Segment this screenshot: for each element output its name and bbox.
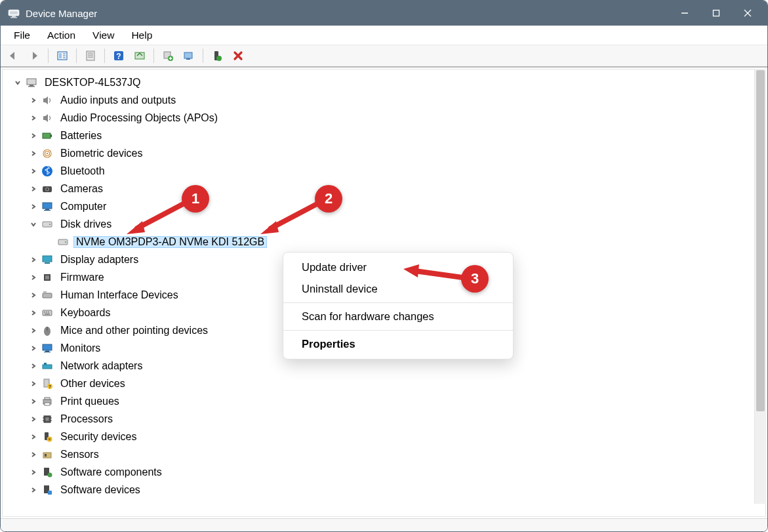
close-button[interactable]: [732, 1, 763, 26]
chevron-right-icon[interactable]: [28, 396, 39, 407]
tree-item[interactable]: Computer: [28, 197, 765, 215]
chevron-right-icon[interactable]: [28, 289, 39, 301]
chevron-right-icon[interactable]: [28, 272, 39, 283]
printer-icon: [41, 396, 54, 407]
minimize-button[interactable]: [669, 1, 700, 26]
chevron-right-icon[interactable]: [28, 360, 39, 372]
hid-icon: [41, 289, 54, 301]
ctx-uninstall-device[interactable]: Uninstall device: [283, 278, 513, 300]
tree-item-disk-drives[interactable]: Disk drives: [28, 215, 765, 233]
menu-action[interactable]: Action: [39, 27, 83, 44]
show-hidden-button[interactable]: [52, 47, 72, 64]
chevron-right-icon[interactable]: [28, 342, 39, 354]
chevron-right-icon[interactable]: [28, 378, 39, 390]
svg-rect-1: [10, 11, 18, 14]
chevron-right-icon[interactable]: [28, 148, 39, 159]
chevron-right-icon[interactable]: [28, 449, 39, 460]
monitor-icon: [41, 342, 54, 354]
svg-rect-29: [43, 133, 51, 138]
speaker-icon: [41, 112, 54, 124]
svg-point-37: [47, 188, 49, 190]
chevron-right-icon[interactable]: [28, 112, 39, 124]
chevron-right-icon[interactable]: [28, 466, 39, 478]
tree-item[interactable]: Batteries: [28, 127, 765, 144]
ctx-update-driver[interactable]: Update driver: [283, 256, 513, 278]
help-button[interactable]: ?: [109, 47, 129, 64]
chevron-down-icon[interactable]: [28, 218, 39, 230]
disk-icon: [56, 236, 70, 248]
menu-view[interactable]: View: [85, 27, 122, 44]
chevron-down-icon[interactable]: [12, 77, 24, 89]
tree-item[interactable]: Software devices: [28, 481, 765, 499]
svg-rect-50: [43, 291, 47, 293]
vertical-scrollbar[interactable]: [754, 69, 766, 504]
tree-item[interactable]: Biometric devices: [28, 144, 765, 162]
chevron-right-icon[interactable]: [28, 484, 39, 496]
tree-item[interactable]: Print queues: [28, 392, 765, 410]
chevron-right-icon[interactable]: [28, 201, 39, 213]
tree-item[interactable]: Security devices: [28, 428, 765, 445]
software-device-icon: [41, 484, 54, 496]
update-driver-button[interactable]: [158, 47, 178, 64]
unknown-icon: ?: [41, 378, 54, 390]
svg-rect-83: [48, 491, 52, 495]
chevron-right-icon[interactable]: [28, 130, 39, 142]
svg-rect-30: [51, 134, 52, 137]
properties-button[interactable]: [81, 47, 100, 64]
computer-icon: [25, 77, 38, 89]
tree-item[interactable]: Audio Processing Objects (APOs): [28, 109, 765, 127]
chevron-right-icon[interactable]: [28, 325, 39, 337]
svg-rect-77: [49, 438, 51, 440]
svg-rect-62: [44, 363, 47, 365]
svg-rect-23: [186, 58, 190, 60]
chevron-right-icon[interactable]: [28, 307, 39, 319]
svg-point-25: [216, 56, 222, 61]
tree-root[interactable]: DESKTOP-4L537JQ: [12, 73, 765, 91]
sensor-icon: [41, 449, 54, 460]
chevron-right-icon[interactable]: [28, 165, 39, 177]
svg-rect-2: [12, 16, 16, 17]
svg-rect-49: [43, 293, 52, 298]
menu-file[interactable]: File: [6, 27, 38, 44]
tree-item[interactable]: ? Other devices: [28, 375, 765, 392]
uninstall-button[interactable]: [179, 47, 199, 64]
svg-rect-61: [43, 365, 52, 369]
forward-button[interactable]: [24, 47, 44, 64]
tree-item[interactable]: Software components: [28, 463, 765, 481]
tree-item-nvme-disk[interactable]: NVMe OM3PDP3-AD NVMe KDI 512GB: [43, 233, 765, 251]
ctx-scan-hardware[interactable]: Scan for hardware changes: [283, 306, 513, 327]
svg-rect-45: [43, 256, 52, 262]
tree-item[interactable]: Bluetooth: [28, 162, 765, 180]
ctx-properties[interactable]: Properties: [283, 333, 513, 355]
svg-rect-68: [45, 403, 50, 405]
chevron-right-icon[interactable]: [28, 254, 39, 266]
svg-text:?: ?: [49, 384, 51, 389]
scan-button[interactable]: [130, 47, 150, 64]
svg-rect-39: [45, 209, 49, 210]
chevron-right-icon[interactable]: [28, 183, 39, 195]
svg-rect-48: [45, 276, 49, 279]
tree-item[interactable]: Audio inputs and outputs: [28, 91, 765, 109]
disable-button[interactable]: [228, 47, 248, 64]
scrollbar-thumb[interactable]: [756, 70, 765, 411]
svg-point-44: [65, 241, 66, 243]
chevron-right-icon[interactable]: [28, 413, 39, 425]
toolbar: ?: [1, 45, 767, 68]
ctx-separator: [283, 302, 513, 303]
back-button[interactable]: [3, 47, 23, 64]
chevron-right-icon[interactable]: [28, 94, 39, 106]
device-manager-window: Device Manager File Action View Help ?: [0, 0, 768, 532]
tree-item[interactable]: Processors: [28, 410, 765, 428]
tree-item[interactable]: Cameras: [28, 180, 765, 197]
menu-help[interactable]: Help: [123, 27, 160, 44]
chevron-right-icon[interactable]: [28, 431, 39, 443]
svg-rect-22: [184, 52, 192, 58]
security-icon: [41, 431, 54, 443]
svg-rect-52: [44, 312, 45, 313]
maximize-button[interactable]: [700, 1, 732, 26]
tree-root-label: DESKTOP-4L537JQ: [42, 77, 143, 89]
tree-item[interactable]: Sensors: [28, 445, 765, 463]
enable-button[interactable]: [207, 47, 227, 64]
svg-rect-58: [43, 344, 52, 350]
tree-item[interactable]: Network adapters: [28, 357, 765, 375]
